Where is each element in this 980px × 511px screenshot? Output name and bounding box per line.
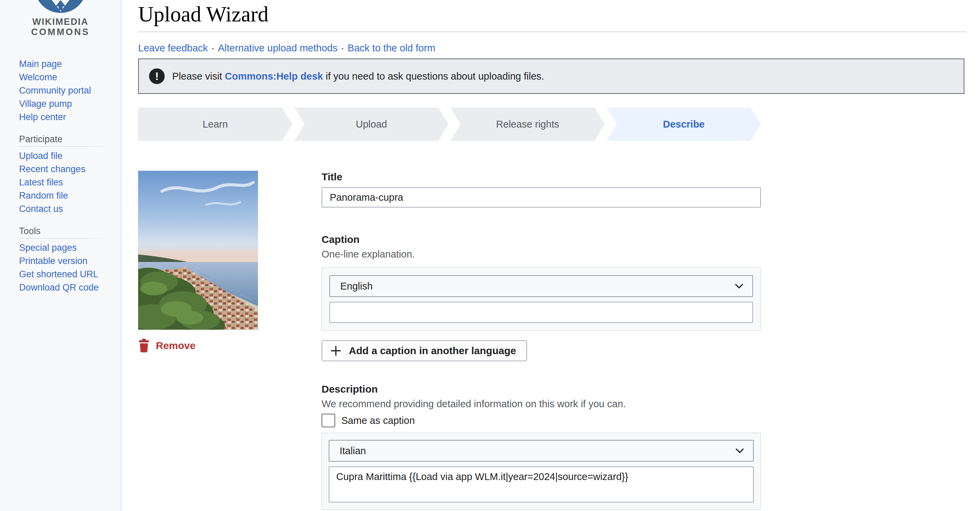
separator-dot: · <box>341 43 344 53</box>
sidebar-link-main-page[interactable]: Main page <box>0 57 121 71</box>
sidebar-link-community-portal[interactable]: Community portal <box>0 84 121 97</box>
progress-steps: LearnUploadRelease rightsDescribe <box>138 108 761 141</box>
description-panel: Italian Cupra Marittima {{Load via app W… <box>321 433 761 509</box>
description-hint: We recommend providing detailed informat… <box>321 398 761 410</box>
step-describe[interactable]: Describe <box>607 108 761 141</box>
caption-label: Caption <box>321 233 761 246</box>
alert-icon: ! <box>149 68 165 84</box>
page-title: Upload Wizard <box>138 0 966 32</box>
sidebar-link-welcome[interactable]: Welcome <box>0 71 121 84</box>
sidebar-link-village-pump[interactable]: Village pump <box>0 97 121 111</box>
describe-form: Remove Title Caption One-line explanatio… <box>138 171 966 509</box>
sidebar-link-latest-files[interactable]: Latest files <box>0 176 121 189</box>
remove-label: Remove <box>156 340 196 352</box>
sidebar-link-upload-file[interactable]: Upload file <box>0 150 121 162</box>
remove-file-button[interactable]: Remove <box>138 339 258 353</box>
wikimedia-commons-logo[interactable]: WIKIMEDIA COMMONS <box>0 0 121 37</box>
title-input[interactable] <box>321 187 761 207</box>
uploaded-image-thumbnail <box>138 171 258 330</box>
file-details-column: Title Caption One-line explanation. Engl… <box>321 171 761 509</box>
alert-icon-glyph: ! <box>155 70 159 83</box>
logo-wordmark-line2: COMMONS <box>0 27 121 37</box>
caption-panel: English <box>321 267 761 331</box>
sidebar-link-special-pages[interactable]: Special pages <box>0 241 121 255</box>
caption-input[interactable] <box>329 302 753 323</box>
sidebar-link-random-file[interactable]: Random file <box>0 189 121 202</box>
logo-wordmark: WIKIMEDIA COMMONS <box>0 17 121 37</box>
sidebar-sections: ParticipateUpload fileRecent changesLate… <box>0 134 121 294</box>
help-notice-text: Please visit Commons:Help desk if you ne… <box>172 71 544 82</box>
plus-icon <box>331 345 341 356</box>
caption-language-select[interactable]: English <box>329 275 753 297</box>
sidebar-section-links: Special pagesPrintable versionGet shorte… <box>0 241 121 294</box>
notice-text-after: if you need to ask questions about uploa… <box>323 71 544 82</box>
file-preview-column: Remove <box>138 171 258 509</box>
same-as-caption-row: Same as caption <box>321 414 761 427</box>
sidebar-section-divider <box>19 146 113 146</box>
upload-wizard-page: WIKIMEDIA COMMONS Main pageWelcomeCommun… <box>0 0 980 511</box>
caption-hint: One-line explanation. <box>321 248 761 260</box>
step-learn[interactable]: Learn <box>138 108 292 141</box>
sidebar-section-participate: ParticipateUpload fileRecent changesLate… <box>0 134 121 216</box>
add-caption-label: Add a caption in another language <box>349 345 516 357</box>
description-label: Description <box>321 383 761 395</box>
sidebar-link-get-shortened-url[interactable]: Get shortened URL <box>0 268 121 281</box>
caption-language-value: English <box>340 281 372 292</box>
help-desk-link[interactable]: Commons:Help desk <box>225 71 323 82</box>
step-release-rights[interactable]: Release rights <box>450 108 605 141</box>
logo-wordmark-line1: WIKIMEDIA <box>0 17 121 27</box>
sidebar: WIKIMEDIA COMMONS Main pageWelcomeCommun… <box>0 0 121 511</box>
sidebar-link-download-qr-code[interactable]: Download QR code <box>0 281 121 294</box>
chevron-down-icon <box>735 283 743 289</box>
sidebar-link-contact-us[interactable]: Contact us <box>0 202 121 216</box>
header-link-alternative-upload-methods[interactable]: Alternative upload methods <box>218 43 337 53</box>
same-as-caption-checkbox[interactable] <box>321 414 335 427</box>
sidebar-section-tools: ToolsSpecial pagesPrintable versionGet s… <box>0 226 121 294</box>
sidebar-link-recent-changes[interactable]: Recent changes <box>0 162 121 176</box>
notice-text-before: Please visit <box>172 71 225 82</box>
sidebar-section-title: Participate <box>0 134 121 144</box>
title-label: Title <box>321 171 761 183</box>
sidebar-section-divider <box>19 238 113 239</box>
sidebar-section-title: Tools <box>0 226 121 236</box>
chevron-down-icon <box>735 448 744 454</box>
sidebar-section-links: Upload fileRecent changesLatest filesRan… <box>0 150 121 216</box>
description-textarea[interactable]: Cupra Marittima {{Load via app WLM.it|ye… <box>329 466 754 503</box>
header-link-leave-feedback[interactable]: Leave feedback <box>138 43 208 53</box>
description-language-value: Italian <box>340 445 366 457</box>
same-as-caption-label: Same as caption <box>341 415 415 426</box>
help-notice: ! Please visit Commons:Help desk if you … <box>138 59 964 94</box>
step-upload[interactable]: Upload <box>294 108 449 141</box>
header-links: Leave feedback·Alternative upload method… <box>138 42 966 54</box>
sidebar-link-printable-version[interactable]: Printable version <box>0 255 121 268</box>
commons-logo-icon <box>0 0 121 14</box>
separator-dot: · <box>211 43 215 53</box>
header-link-back-to-the-old-form[interactable]: Back to the old form <box>348 43 436 53</box>
add-caption-button[interactable]: Add a caption in another language <box>321 340 527 361</box>
main-content: Upload Wizard Leave feedback·Alternative… <box>138 0 966 509</box>
trash-icon <box>138 339 150 353</box>
sidebar-link-help-center[interactable]: Help center <box>0 111 121 124</box>
description-language-select[interactable]: Italian <box>329 440 754 462</box>
sidebar-nav-main: Main pageWelcomeCommunity portalVillage … <box>0 57 121 124</box>
